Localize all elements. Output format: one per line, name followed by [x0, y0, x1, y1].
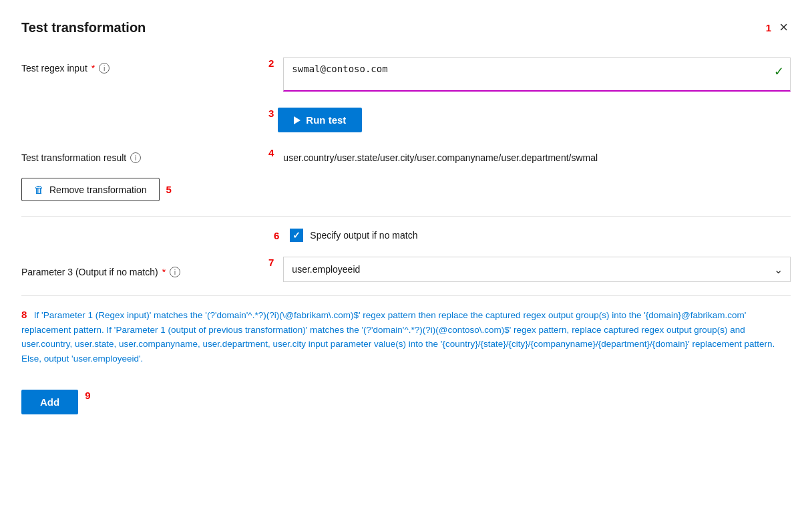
param3-required-star: *	[162, 267, 166, 277]
info-text: If 'Parameter 1 (Regex input)' matches t…	[21, 310, 775, 364]
test-regex-control: 2 swmal@contoso.com ✓	[268, 57, 791, 94]
step-7-label: 7	[268, 257, 274, 268]
step-2-label: 2	[268, 57, 274, 69]
test-result-value: user.country/user.state/user.city/user.c…	[283, 147, 598, 163]
dialog-header: Test transformation 1 ×	[21, 16, 791, 39]
divider-2	[21, 295, 791, 296]
info-section: 8 If 'Parameter 1 (Regex input)' matches…	[21, 308, 791, 376]
step-8-label: 8	[21, 309, 27, 320]
test-regex-input-wrapper: swmal@contoso.com ✓	[283, 57, 791, 94]
step-1-label: 1	[766, 22, 771, 33]
test-regex-info-icon[interactable]: i	[99, 63, 110, 74]
close-button[interactable]: 1 ×	[763, 16, 791, 39]
divider-1	[21, 216, 791, 217]
remove-transformation-button[interactable]: 🗑 Remove transformation	[21, 178, 160, 201]
add-row: Add 9	[21, 376, 791, 414]
step-4-label: 4	[268, 147, 274, 158]
param3-label: Parameter 3 (Output if no match) * i	[21, 261, 268, 277]
test-regex-label: Test regex input * i	[21, 57, 268, 74]
checkbox-checkmark-icon: ✓	[292, 230, 300, 241]
run-test-label: Run test	[306, 114, 346, 126]
test-result-value-area: 4 user.country/user.state/user.city/user…	[268, 147, 791, 163]
valid-checkmark-icon: ✓	[774, 64, 784, 79]
specify-output-label: Specify output if no match	[310, 230, 417, 241]
add-button[interactable]: Add	[21, 390, 78, 414]
param3-row: Parameter 3 (Output if no match) * i 7 u…	[21, 257, 791, 282]
specify-output-row: 6 ✓ Specify output if no match	[274, 229, 791, 242]
step-5-label: 5	[166, 184, 172, 195]
specify-output-checkbox[interactable]: ✓	[290, 229, 303, 242]
test-regex-input[interactable]: swmal@contoso.com	[283, 57, 791, 92]
test-transformation-dialog: Test transformation 1 × Test regex input…	[0, 0, 812, 522]
close-icon: ×	[779, 19, 788, 36]
test-result-row: Test transformation result i 4 user.coun…	[21, 147, 791, 163]
remove-transformation-label: Remove transformation	[49, 184, 147, 195]
param3-control: 7 user.employeeid ⌄	[268, 257, 791, 282]
step-6-label: 6	[274, 230, 279, 241]
required-star: *	[91, 63, 95, 74]
test-result-label: Test transformation result i	[21, 147, 268, 163]
step-9-label: 9	[85, 390, 90, 401]
test-regex-row: Test regex input * i 2 swmal@contoso.com…	[21, 57, 791, 94]
param3-select[interactable]: user.employeeid	[283, 257, 791, 282]
param3-select-wrapper: user.employeeid ⌄	[283, 257, 791, 282]
param3-info-icon[interactable]: i	[170, 267, 180, 277]
run-test-button[interactable]: Run test	[278, 108, 362, 132]
step-3-label: 3	[268, 108, 274, 119]
remove-transformation-row: 🗑 Remove transformation 5	[21, 178, 791, 201]
run-test-row: 3 Run test	[268, 108, 791, 132]
test-result-info-icon[interactable]: i	[130, 152, 141, 163]
dialog-title: Test transformation	[21, 20, 146, 35]
trash-icon: 🗑	[34, 184, 44, 195]
play-icon	[294, 116, 300, 124]
